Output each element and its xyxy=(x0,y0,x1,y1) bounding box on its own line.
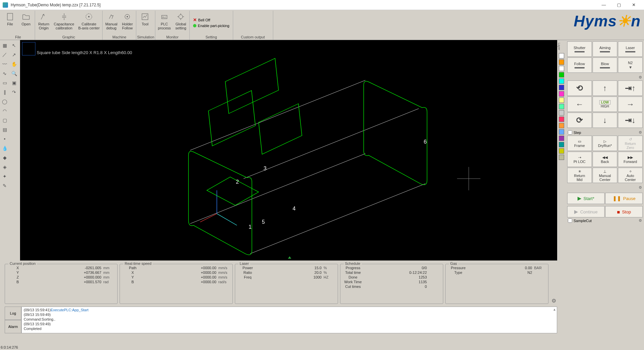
layer-swatch-1[interactable] xyxy=(559,59,564,65)
pt-loc-button[interactable]: ⇢Pt LOC xyxy=(567,152,592,167)
redo-tool-icon[interactable]: ↷ xyxy=(10,88,18,97)
log-tab[interactable]: Log xyxy=(5,307,21,320)
maximize-button[interactable]: ▢ xyxy=(611,0,626,10)
layer-tool-icon[interactable]: ▢ xyxy=(0,116,9,125)
view-cube-icon[interactable] xyxy=(22,42,35,55)
layer-swatch-15[interactable] xyxy=(559,148,564,154)
auto-center-button[interactable]: ✧Auto Center xyxy=(618,168,643,183)
pause-button[interactable]: ❚❚Pause xyxy=(605,193,643,204)
layer-swatch-14[interactable] xyxy=(559,142,564,147)
rect-tool-icon[interactable]: ▭ xyxy=(0,78,9,87)
speed-low-high-toggle[interactable]: LOWHIGH xyxy=(593,97,617,112)
jog-rotate-cw-button[interactable]: ⟳ xyxy=(567,113,592,128)
gear-icon[interactable]: ⚙ xyxy=(639,218,642,223)
gear-icon[interactable]: ⚙ xyxy=(639,75,642,79)
return-mid-button[interactable]: ✳Return Mid xyxy=(567,168,592,183)
layer-swatch-12[interactable] xyxy=(559,129,564,135)
layer-swatch-13[interactable] xyxy=(559,136,564,141)
layer-swatch-5[interactable] xyxy=(559,85,564,90)
line-tool-icon[interactable]: ／ xyxy=(0,50,9,59)
select-tool-icon[interactable]: ↖ xyxy=(10,41,18,50)
plc-process-button[interactable]: PLCPLC process xyxy=(156,11,173,34)
target-tool-icon[interactable]: ✦ xyxy=(0,172,9,181)
gear-icon[interactable]: ⚙ xyxy=(639,130,642,135)
frame-button[interactable]: ▭Frame xyxy=(567,136,592,151)
follow-button[interactable]: Follow xyxy=(567,57,592,73)
layer-swatch-10[interactable] xyxy=(559,117,564,122)
stop-button[interactable]: ■Stop xyxy=(605,206,643,217)
capacitance-button[interactable]: Capacitance calibration xyxy=(52,11,76,34)
start-button[interactable]: ▶Start* xyxy=(567,193,605,204)
jog-up-button[interactable]: ↑ xyxy=(593,80,617,96)
global-setting-button[interactable]: Global setting xyxy=(173,11,189,34)
layer-swatch-0[interactable] xyxy=(559,53,564,58)
return-zero-button[interactable]: ↺Return Zero xyxy=(618,136,643,151)
layer-swatch-7[interactable] xyxy=(559,98,564,103)
log-body[interactable]: (09/13 15:59:41)ExecutePLC:App_Start(09/… xyxy=(21,307,557,333)
layer-swatch-2[interactable] xyxy=(559,66,564,71)
holder-follow-button[interactable]: Holder Follow xyxy=(119,11,135,34)
pan-tool-icon[interactable]: ✋ xyxy=(10,60,18,68)
point-tool-icon[interactable]: • xyxy=(0,135,9,143)
manual-center-button[interactable]: ⊥Manual Center xyxy=(593,168,617,183)
fill-tool-icon[interactable]: ◆ xyxy=(0,153,9,162)
fit-tool-icon[interactable]: ▣ xyxy=(10,78,18,87)
gas-n2-button[interactable]: N2▾ xyxy=(618,57,643,73)
enable-part-picking-toggle[interactable]: Enable part-picking xyxy=(190,23,232,28)
jog-z-up-button[interactable]: ⇥↑ xyxy=(618,80,643,96)
polyline-tool-icon[interactable]: 〰 xyxy=(0,60,9,68)
svg-rect-9 xyxy=(208,91,256,146)
layer-swatch-11[interactable] xyxy=(559,123,564,128)
layer-swatch-9[interactable] xyxy=(559,110,564,116)
svg-text:4: 4 xyxy=(293,206,296,211)
scroll-up-icon[interactable]: ▲ xyxy=(553,308,556,311)
node-tool-icon[interactable]: ↗ xyxy=(10,50,18,59)
app-icon xyxy=(3,2,8,8)
layer-swatch-8[interactable] xyxy=(559,104,564,109)
jog-rotate-ccw-button[interactable]: ⟲ xyxy=(567,80,592,96)
layer-swatch-6[interactable] xyxy=(559,91,564,97)
gear-icon[interactable]: ⚙ xyxy=(639,185,642,190)
alarm-tab[interactable]: Alarm xyxy=(5,320,21,333)
curve-tool-icon[interactable]: ∿ xyxy=(0,69,9,78)
minimize-button[interactable]: — xyxy=(596,0,611,10)
continue-button[interactable]: ▶Continue xyxy=(567,206,605,217)
zoom-tool-icon[interactable]: 🔍 xyxy=(10,69,18,78)
brush-tool-icon[interactable]: ✎ xyxy=(0,181,9,190)
back-button[interactable]: ◀◀Back xyxy=(593,152,617,167)
bell-off-toggle[interactable]: ✕Bell Off xyxy=(190,17,232,23)
viewport-info-label: Square tube Side length20 X R1.8 X Lengt… xyxy=(37,50,132,55)
step-checkbox[interactable] xyxy=(568,130,572,135)
drop-tool-icon[interactable]: 💧 xyxy=(0,144,9,153)
tag-tool-icon[interactable]: ◈ xyxy=(0,163,9,171)
stack-tool-icon[interactable]: ▤ xyxy=(0,125,9,134)
tool-button[interactable]: Tool xyxy=(137,11,153,34)
parallel-tool-icon[interactable]: ‖ xyxy=(0,88,9,97)
svg-line-13 xyxy=(217,214,237,225)
aiming-button[interactable]: Aiming xyxy=(593,41,617,57)
layer-swatch-4[interactable] xyxy=(559,78,564,84)
grid-icon[interactable]: ▦ xyxy=(0,41,9,50)
dryrun-button[interactable]: ▷DryRun* xyxy=(593,136,617,151)
calibrate-b-axis-button[interactable]: Calibrate B-axis center xyxy=(76,11,102,34)
viewport-3d[interactable]: Square tube Side length20 X R1.8 X Lengt… xyxy=(20,40,557,260)
circle-tool-icon[interactable]: ◯ xyxy=(0,97,9,106)
file-button[interactable]: File xyxy=(2,11,18,34)
jog-z-down-button[interactable]: ⇥↓ xyxy=(618,113,643,128)
manual-debug-button[interactable]: Manual debug xyxy=(103,11,119,34)
blow-button[interactable]: Blow xyxy=(593,57,617,73)
return-origin-button[interactable]: Return Origin xyxy=(36,11,52,34)
close-button[interactable]: ✕ xyxy=(626,0,641,10)
layer-swatch-16[interactable] xyxy=(559,155,564,160)
forward-button[interactable]: ▶▶Forward xyxy=(618,152,643,167)
samplecut-checkbox[interactable] xyxy=(568,218,572,223)
arc-tool-icon[interactable]: ◠ xyxy=(0,107,9,115)
open-button[interactable]: Open xyxy=(18,11,34,34)
gear-icon[interactable]: ⚙ xyxy=(551,298,556,304)
shutter-button[interactable]: Shutter xyxy=(567,41,592,57)
jog-down-button[interactable]: ↓ xyxy=(593,113,617,128)
laser-button[interactable]: Laser xyxy=(618,41,643,57)
layer-swatch-3[interactable] xyxy=(559,72,564,77)
jog-right-button[interactable]: → xyxy=(618,97,643,112)
jog-left-button[interactable]: ← xyxy=(567,97,592,112)
